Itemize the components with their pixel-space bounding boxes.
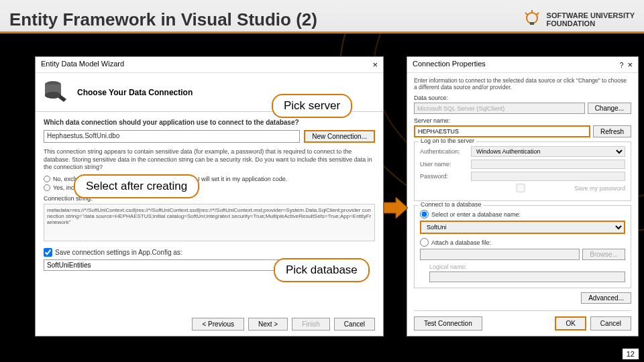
browse-button: Browse... bbox=[582, 249, 625, 260]
props-title: Connection Properties bbox=[413, 60, 486, 70]
server-name-input[interactable] bbox=[414, 125, 590, 137]
connect-group-title: Connect to a database bbox=[419, 201, 484, 208]
username-input bbox=[471, 160, 625, 169]
logo-text-1: SOFTWARE UNIVERSITY bbox=[547, 11, 635, 19]
slide-title: Entity Framework in Visual Studio (2) bbox=[9, 9, 317, 30]
arrow-icon bbox=[382, 194, 409, 221]
radio-select-db[interactable] bbox=[420, 210, 429, 219]
props-cancel-button[interactable]: Cancel bbox=[590, 316, 631, 330]
wizard-banner-title: Choose Your Data Connection bbox=[77, 88, 193, 97]
page-number: 12 bbox=[623, 349, 639, 359]
database-icon bbox=[42, 79, 69, 106]
password-input bbox=[471, 172, 625, 181]
save-password-checkbox bbox=[471, 184, 570, 192]
next-button[interactable]: Next > bbox=[248, 318, 288, 330]
logical-name-input bbox=[429, 272, 625, 282]
finish-button: Finish bbox=[292, 318, 330, 330]
svg-point-0 bbox=[527, 13, 537, 23]
callout-select-after-creating: Select after creating bbox=[74, 174, 199, 198]
close-icon[interactable]: × bbox=[372, 60, 378, 70]
username-label: User name: bbox=[420, 161, 467, 168]
callout-pick-server: Pick server bbox=[272, 94, 352, 118]
connection-string-box: metadata=res://*/SoftUniContext.csdl|res… bbox=[44, 204, 375, 241]
database-dropdown[interactable]: SoftUni bbox=[420, 221, 625, 234]
data-source-label: Data source: bbox=[414, 95, 631, 101]
radio-exclude-sensitive[interactable] bbox=[44, 176, 50, 182]
save-settings-checkbox[interactable] bbox=[44, 248, 52, 257]
save-settings-label: Save connection settings in App.Config a… bbox=[55, 249, 182, 256]
svg-rect-1 bbox=[530, 22, 534, 25]
connection-dropdown[interactable]: Hephaestus.SoftUni.dbo bbox=[44, 130, 300, 143]
radio-include-sensitive[interactable] bbox=[44, 184, 50, 191]
logo: SOFTWARE UNIVERSITY FOUNDATION bbox=[521, 9, 635, 30]
svg-point-3 bbox=[45, 92, 61, 99]
slide-header: Entity Framework in Visual Studio (2) SO… bbox=[0, 0, 644, 34]
callout-pick-database: Pick database bbox=[274, 258, 370, 282]
wizard-title: Entity Data Model Wizard bbox=[41, 60, 124, 70]
new-connection-button[interactable]: New Connection... bbox=[304, 130, 375, 143]
auth-dropdown[interactable]: Windows Authentication bbox=[471, 146, 625, 157]
ok-button[interactable]: OK bbox=[555, 316, 586, 330]
radio-attach-db[interactable] bbox=[420, 238, 429, 247]
test-connection-button[interactable]: Test Connection bbox=[414, 316, 482, 330]
advanced-button[interactable]: Advanced... bbox=[581, 292, 631, 304]
password-label: Password: bbox=[420, 173, 467, 180]
props-intro: Enter information to connect to the sele… bbox=[414, 77, 631, 90]
sensitive-data-warning: This connection string appears to contai… bbox=[44, 148, 375, 172]
change-button[interactable]: Change... bbox=[588, 103, 631, 114]
attach-file-input bbox=[420, 249, 580, 260]
refresh-button[interactable]: Refresh bbox=[593, 125, 631, 137]
previous-button[interactable]: < Previous bbox=[192, 318, 244, 330]
close-icon[interactable]: × bbox=[627, 60, 633, 70]
lightbulb-icon bbox=[521, 9, 543, 30]
logo-text-2: FOUNDATION bbox=[547, 19, 635, 27]
cancel-button[interactable]: Cancel bbox=[334, 318, 375, 330]
server-name-label: Server name: bbox=[414, 117, 631, 124]
connection-properties-dialog: Connection Properties ? × Enter informat… bbox=[407, 56, 639, 337]
logon-group-title: Log on to the server bbox=[419, 137, 476, 144]
wizard-question: Which data connection should your applic… bbox=[44, 119, 375, 126]
logical-name-label: Logical name: bbox=[420, 263, 625, 270]
help-icon[interactable]: ? bbox=[620, 62, 624, 69]
auth-label: Authentication: bbox=[420, 148, 467, 155]
data-source-input bbox=[414, 103, 585, 114]
